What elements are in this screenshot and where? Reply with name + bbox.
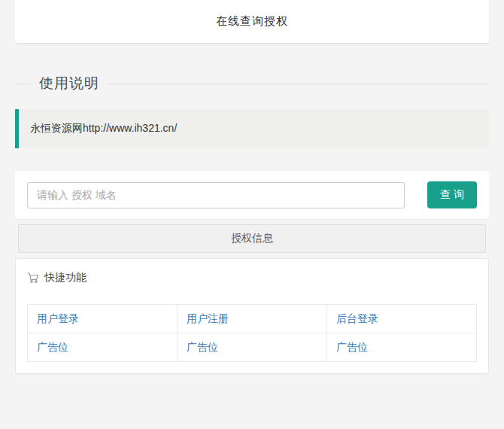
quick-link-ad-slot-1[interactable]: 广告位 bbox=[37, 341, 68, 353]
domain-input[interactable] bbox=[27, 182, 405, 208]
quick-link-ad-slot-2[interactable]: 广告位 bbox=[187, 341, 218, 353]
query-button[interactable]: 查 询 bbox=[427, 181, 477, 208]
site-notice-callout: 永恒资源网http://www.ih321.cn/ bbox=[15, 109, 489, 148]
quick-links-row: 用户登录 用户注册 后台登录 bbox=[28, 305, 477, 333]
quick-functions-panel: 快捷功能 用户登录 用户注册 后台登录 广告位 广告位 广告位 bbox=[15, 258, 489, 374]
quick-panel-heading-label: 快捷功能 bbox=[44, 271, 87, 284]
quick-panel-heading: 快捷功能 bbox=[16, 259, 488, 294]
quick-links-table: 用户登录 用户注册 后台登录 广告位 广告位 广告位 bbox=[27, 304, 477, 362]
divider-line-left bbox=[15, 84, 32, 84]
site-notice-text: 永恒资源网http://www.ih321.cn/ bbox=[30, 122, 177, 134]
page-container: 在线查询授权 使用说明 永恒资源网http://www.ih321.cn/ 查 … bbox=[15, 0, 489, 374]
quick-links-row: 广告位 广告位 广告位 bbox=[28, 333, 477, 362]
query-form-card: 查 询 bbox=[15, 171, 489, 219]
usage-heading-label: 使用说明 bbox=[39, 74, 99, 93]
page-title: 在线查询授权 bbox=[216, 14, 288, 29]
quick-link-user-login[interactable]: 用户登录 bbox=[37, 312, 79, 324]
quick-link-user-register[interactable]: 用户注册 bbox=[187, 312, 229, 324]
quick-link-ad-slot-3[interactable]: 广告位 bbox=[336, 341, 368, 353]
shopping-cart-icon bbox=[27, 272, 39, 284]
divider-line-right bbox=[107, 84, 489, 84]
auth-info-bar: 授权信息 bbox=[18, 224, 486, 253]
page-header: 在线查询授权 bbox=[15, 0, 489, 44]
auth-info-label: 授权信息 bbox=[231, 232, 273, 245]
usage-section-heading: 使用说明 bbox=[15, 74, 489, 93]
quick-link-admin-login[interactable]: 后台登录 bbox=[336, 312, 378, 324]
